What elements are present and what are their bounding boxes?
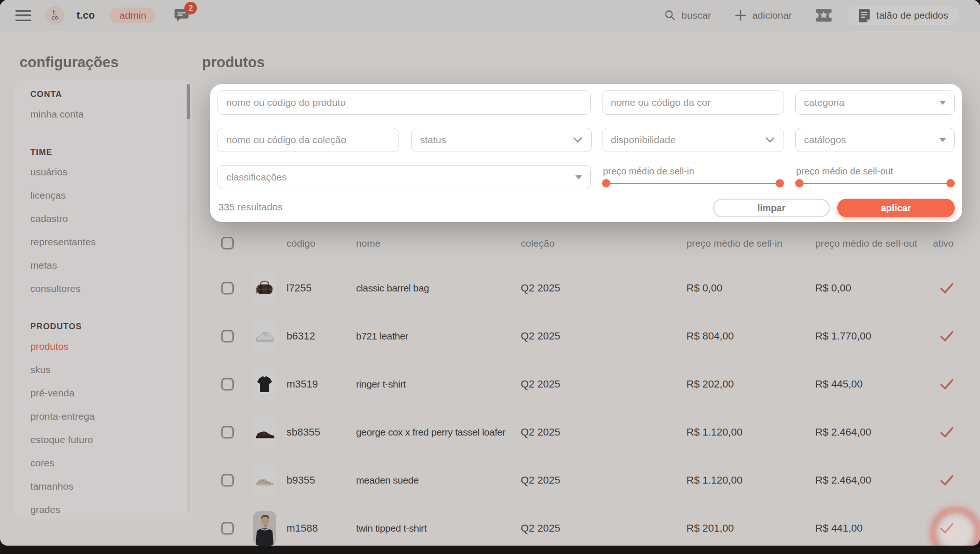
dropdown-triangle-icon	[939, 101, 946, 105]
dropdown-triangle-icon	[575, 175, 582, 180]
collection-search-input[interactable]	[217, 128, 399, 152]
status-select[interactable]: status	[411, 128, 592, 152]
slider-handle-min[interactable]	[795, 179, 804, 187]
slider-handle-max[interactable]	[946, 179, 955, 187]
clear-button[interactable]: limpar	[713, 199, 830, 217]
sellout-slider-label: preço médio de sell-out	[796, 166, 893, 177]
product-search-input[interactable]	[217, 90, 591, 115]
modal-backdrop[interactable]	[0, 0, 980, 546]
apply-button[interactable]: aplicar	[837, 199, 955, 217]
catalogs-select-label: catálogos	[804, 134, 846, 145]
category-select-label: categoria	[804, 97, 844, 108]
availability-select-label: disponibilidade	[611, 134, 676, 145]
slider-handle-min[interactable]	[602, 179, 610, 187]
sellin-slider-label: preço médio de sell-in	[603, 166, 694, 177]
classifications-select-label: classificações	[226, 172, 287, 183]
color-search-input[interactable]	[602, 90, 784, 115]
status-select-label: status	[420, 134, 446, 145]
filters-panel: categoria status disponibilidade catálog…	[210, 84, 962, 222]
slider-track[interactable]	[799, 183, 951, 185]
chevron-down-icon	[573, 137, 583, 143]
slider-handle-max[interactable]	[776, 179, 784, 187]
catalogs-select[interactable]: catálogos	[795, 128, 955, 152]
chevron-down-icon	[765, 137, 775, 143]
availability-select[interactable]: disponibilidade	[602, 128, 784, 152]
results-count: 335 resultados	[218, 201, 283, 213]
category-select[interactable]: categoria	[795, 90, 955, 115]
dropdown-triangle-icon	[939, 138, 946, 142]
app-window: t. co t.co admin 2 buscar	[0, 0, 980, 546]
slider-track[interactable]	[606, 183, 780, 185]
classifications-select[interactable]: classificações	[217, 165, 591, 189]
sellout-range-slider[interactable]	[795, 179, 955, 187]
sellin-range-slider[interactable]	[602, 179, 784, 187]
